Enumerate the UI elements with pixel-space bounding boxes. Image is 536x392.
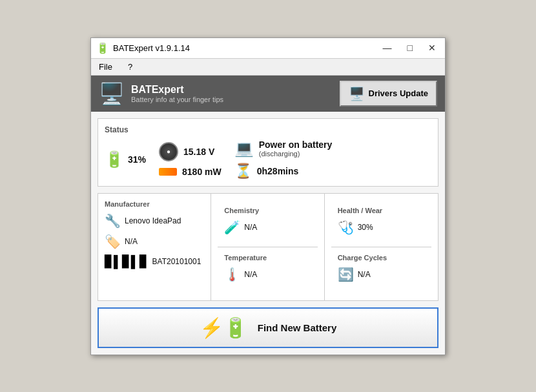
health-chargecycles-column: Health / Wear 🩺 30% Charge Cycles 🔄 N/A xyxy=(325,194,438,300)
status-label: Status xyxy=(105,125,431,134)
hourglass-icon: ⏳ xyxy=(234,163,252,180)
voltage-column: ● 15.18 V 8180 mW xyxy=(159,142,222,177)
health-value-item: 🩺 30% xyxy=(338,220,425,235)
label-icon: 🏷️ xyxy=(105,234,121,249)
power-value: 8180 mW xyxy=(182,167,222,177)
find-new-battery-button[interactable]: ⚡🔋 Find New Battery xyxy=(98,307,438,348)
manufacturer-serial-value: BAT20101001 xyxy=(152,257,201,266)
charge-cycles-section: Charge Cycles 🔄 N/A xyxy=(331,247,431,294)
power-source-text: Power on battery (discharging) xyxy=(259,139,333,158)
charge-cycles-value: N/A xyxy=(358,270,371,279)
manufacturer-model-value: N/A xyxy=(125,237,138,246)
chemistry-label: Chemistry xyxy=(224,207,311,214)
chemistry-value-item: 🧪 N/A xyxy=(224,220,311,235)
health-value: 30% xyxy=(358,223,373,232)
header-app-icon: 🖥️ xyxy=(99,81,125,106)
power-source-sub: (discharging) xyxy=(259,150,333,158)
temperature-label: Temperature xyxy=(224,254,311,262)
charge-cycles-label: Charge Cycles xyxy=(338,254,425,262)
speedometer-icon: ● xyxy=(159,142,178,161)
maximize-button[interactable]: □ xyxy=(404,42,417,54)
laptop-icon: 💻 xyxy=(234,139,254,158)
power-item: 8180 mW xyxy=(159,167,222,177)
window-title: BATExpert v1.9.1.14 xyxy=(113,43,190,53)
thermometer-icon: 🌡️ xyxy=(224,267,240,282)
manufacturer-label: Manufacturer xyxy=(105,200,204,208)
charge-cycles-value-item: 🔄 N/A xyxy=(338,267,425,282)
info-grid: Manufacturer 🔧 Lenovo IdeaPad 🏷️ N/A ▊▌▊… xyxy=(98,193,438,301)
main-content: Status 🔋 31% ● 15.18 V 8180 mW xyxy=(91,112,445,355)
chemistry-value: N/A xyxy=(244,223,257,232)
temperature-value-item: 🌡️ N/A xyxy=(224,267,311,282)
menu-help[interactable]: ? xyxy=(125,61,135,73)
status-section: Status 🔋 31% ● 15.18 V 8180 mW xyxy=(98,118,438,187)
power-column: 💻 Power on battery (discharging) ⏳ 0h28m… xyxy=(234,139,333,180)
drivers-icon: 🖥️ xyxy=(349,86,365,101)
close-button[interactable]: ✕ xyxy=(424,42,440,54)
manufacturer-model-item: 🏷️ N/A xyxy=(105,234,204,249)
menu-bar: File ? xyxy=(91,59,445,76)
chemistry-temperature-column: Chemistry 🧪 N/A Temperature 🌡️ N/A xyxy=(211,194,324,300)
barcode-icon: ▊▌▊▌▊ xyxy=(105,254,149,269)
flask-icon: 🧪 xyxy=(224,220,240,235)
find-battery-icon: ⚡🔋 xyxy=(200,316,247,339)
health-section: Health / Wear 🩺 30% xyxy=(331,200,431,247)
voltage-value: 15.18 V xyxy=(183,147,214,157)
temperature-value: N/A xyxy=(244,270,257,279)
title-bar: 🔋 BATExpert v1.9.1.14 — □ ✕ xyxy=(91,38,445,59)
tools-icon: 🔧 xyxy=(105,213,121,229)
drivers-update-button[interactable]: 🖥️ Drivers Update xyxy=(340,81,437,107)
cycle-icon: 🔄 xyxy=(338,267,354,282)
header-subtitle: Battery info at your finger tips xyxy=(131,96,223,103)
time-remaining-value: 0h28mins xyxy=(257,166,299,176)
voltage-item: ● 15.18 V xyxy=(159,142,222,161)
header-title: BATExpert xyxy=(131,84,223,96)
manufacturer-column: Manufacturer 🔧 Lenovo IdeaPad 🏷️ N/A ▊▌▊… xyxy=(98,194,211,300)
manufacturer-name-value: Lenovo IdeaPad xyxy=(125,216,181,225)
battery-percent-value: 31% xyxy=(128,154,146,165)
first-aid-icon: 🩺 xyxy=(338,220,354,235)
power-source-label: Power on battery xyxy=(259,139,333,150)
title-bar-left: 🔋 BATExpert v1.9.1.14 xyxy=(96,42,190,54)
app-icon: 🔋 xyxy=(96,42,109,54)
temperature-section: Temperature 🌡️ N/A xyxy=(218,247,317,294)
main-window: 🔋 BATExpert v1.9.1.14 — □ ✕ File ? 🖥️ BA… xyxy=(90,37,446,355)
status-row: 🔋 31% ● 15.18 V 8180 mW xyxy=(105,139,431,180)
health-label: Health / Wear xyxy=(338,207,425,214)
power-source-item: 💻 Power on battery (discharging) xyxy=(234,139,333,158)
power-bar-icon xyxy=(159,168,177,176)
title-controls: — □ ✕ xyxy=(379,42,440,54)
menu-file[interactable]: File xyxy=(96,61,115,73)
battery-icon: 🔋 xyxy=(105,150,124,169)
header-left: 🖥️ BATExpert Battery info at your finger… xyxy=(99,81,223,106)
minimize-button[interactable]: — xyxy=(379,42,396,54)
find-battery-label: Find New Battery xyxy=(258,322,337,333)
battery-percent-item: 🔋 31% xyxy=(105,150,146,169)
time-remaining-item: ⏳ 0h28mins xyxy=(234,163,333,180)
manufacturer-name-item: 🔧 Lenovo IdeaPad xyxy=(105,213,204,229)
header-text: BATExpert Battery info at your finger ti… xyxy=(131,84,223,103)
header-bar: 🖥️ BATExpert Battery info at your finger… xyxy=(91,76,445,112)
chemistry-section: Chemistry 🧪 N/A xyxy=(218,200,317,247)
drivers-btn-label: Drivers Update xyxy=(369,88,428,98)
manufacturer-serial-item: ▊▌▊▌▊ BAT20101001 xyxy=(105,254,204,269)
